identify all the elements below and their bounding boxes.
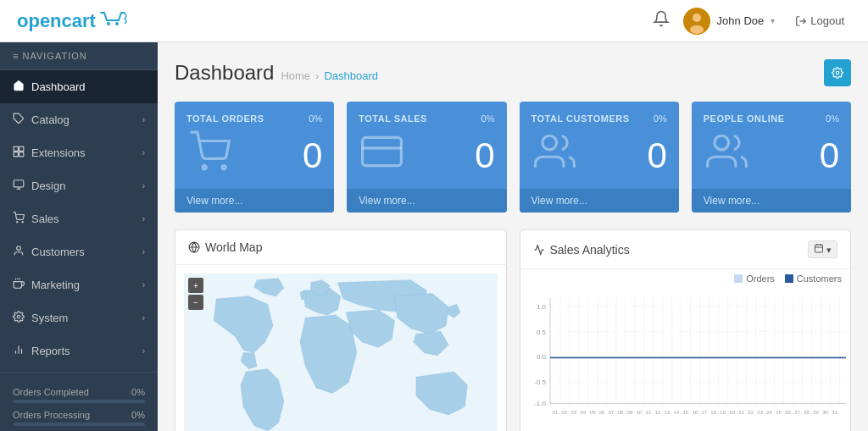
legend-customers: Customers — [785, 274, 842, 284]
stat-label: TOTAL SALES — [359, 113, 427, 124]
sidebar-item-catalog[interactable]: Catalog › — [0, 103, 158, 136]
chart-options-button[interactable]: ▾ — [808, 240, 837, 258]
svg-text:-0.5: -0.5 — [534, 379, 546, 386]
sales-analytics-title: Sales Analytics — [550, 243, 630, 257]
svg-text:22: 22 — [748, 410, 754, 415]
sidebar-item-label: Reports — [31, 345, 70, 357]
svg-text:01: 01 — [552, 410, 558, 415]
svg-point-0 — [107, 22, 110, 25]
svg-point-14 — [17, 222, 18, 223]
user-menu[interactable]: John Doe ▾ — [683, 8, 776, 35]
stat-pct: 0% — [481, 113, 495, 124]
sidebar-item-marketing[interactable]: Marketing › — [0, 268, 158, 301]
stat-value: 0 — [475, 135, 494, 176]
stat-card-orders[interactable]: TOTAL ORDERS 0% 0 View more... — [175, 102, 334, 213]
map-zoom-in-button[interactable]: + — [188, 278, 203, 293]
top-nav-right: John Doe ▾ Logout — [653, 8, 851, 35]
chevron-down-icon: ▾ — [771, 16, 775, 25]
svg-rect-9 — [14, 152, 18, 157]
reports-icon — [13, 344, 25, 358]
svg-text:26: 26 — [785, 410, 791, 415]
breadcrumb-separator: › — [315, 69, 319, 82]
svg-point-1 — [115, 22, 119, 25]
svg-point-4 — [690, 25, 704, 34]
map-zoom-out-button[interactable]: − — [188, 295, 203, 310]
people-online-icon — [704, 130, 750, 180]
chevron-right-icon: › — [142, 148, 145, 157]
sidebar-item-label: Sales — [31, 213, 59, 225]
avatar — [683, 8, 710, 35]
sidebar-item-extensions[interactable]: Extensions › — [0, 136, 158, 169]
svg-rect-7 — [14, 146, 18, 151]
top-navigation: opencart John Do — [0, 0, 868, 42]
widget-title: Sales Analytics — [533, 243, 630, 257]
chart-legend: Orders Customers — [525, 274, 847, 284]
svg-text:16: 16 — [692, 410, 698, 415]
stat-pct: 0% — [654, 113, 667, 124]
svg-text:07: 07 — [608, 410, 614, 415]
breadcrumb-home: Home — [281, 69, 310, 82]
sidebar-item-customers[interactable]: Customers › — [0, 235, 158, 268]
world-map-container: + − — [184, 274, 498, 431]
sidebar: ≡ NAVIGATION Dashboard Catalog › — [0, 42, 158, 431]
svg-text:10: 10 — [636, 410, 642, 415]
stat-card-customers[interactable]: TOTAL CUSTOMERS 0% 0 View more... — [520, 102, 679, 213]
logout-icon — [795, 15, 807, 27]
chart-icon — [533, 244, 545, 256]
sidebar-item-label: Design — [31, 180, 65, 192]
svg-text:28: 28 — [804, 410, 810, 415]
widgets-row: World Map + − — [175, 229, 851, 431]
svg-text:13: 13 — [664, 410, 670, 415]
world-map-widget: World Map + − — [175, 229, 507, 431]
stat-card-online[interactable]: PEOPLE ONLINE 0% 0 View more... — [692, 102, 851, 213]
logout-button[interactable]: Logout — [788, 11, 851, 30]
progress-label-text: Orders Completed — [13, 387, 89, 397]
stat-view-more[interactable]: View more... — [520, 189, 679, 213]
sidebar-item-system[interactable]: System › — [0, 301, 158, 334]
progress-label-text: Orders Processing — [13, 410, 90, 420]
sidebar-item-label: Catalog — [31, 113, 70, 126]
stat-card-sales[interactable]: TOTAL SALES 0% 0 View more... — [347, 102, 506, 213]
svg-text:-1.0: -1.0 — [534, 400, 546, 407]
svg-text:1.0: 1.0 — [536, 303, 546, 311]
sidebar-item-dashboard[interactable]: Dashboard — [0, 70, 158, 103]
svg-point-30 — [715, 135, 729, 150]
sidebar-nav-header: ≡ NAVIGATION — [0, 42, 158, 70]
design-icon — [13, 179, 25, 193]
progress-orders-processing: Orders Processing 0% — [13, 410, 145, 426]
sales-analytics-widget: Sales Analytics ▾ — [520, 229, 852, 431]
stat-view-more[interactable]: View more... — [347, 189, 506, 213]
settings-button[interactable] — [824, 59, 851, 86]
svg-text:14: 14 — [673, 410, 679, 415]
sidebar-item-sales[interactable]: Sales › — [0, 202, 158, 235]
credit-card-icon — [359, 130, 405, 180]
sidebar-divider — [0, 372, 158, 373]
svg-text:31: 31 — [832, 410, 837, 415]
svg-text:11: 11 — [645, 410, 651, 415]
sidebar-item-design[interactable]: Design › — [0, 169, 158, 202]
stat-label: TOTAL ORDERS — [186, 113, 264, 124]
world-map-title: World Map — [205, 240, 262, 254]
svg-point-3 — [693, 14, 701, 22]
stat-pct: 0% — [826, 113, 839, 124]
stat-value: 0 — [820, 135, 839, 176]
sidebar-item-label: Extensions — [31, 146, 86, 159]
svg-text:03: 03 — [570, 410, 576, 415]
settings-icon — [832, 67, 843, 79]
progress-orders-completed: Orders Completed 0% — [13, 387, 145, 403]
stat-view-more[interactable]: View more... — [692, 189, 851, 213]
stat-view-more[interactable]: View more... — [175, 189, 334, 213]
legend-customers-color — [785, 274, 793, 283]
svg-rect-8 — [19, 146, 24, 151]
breadcrumb-current: Dashboard — [324, 69, 378, 82]
chevron-right-icon: › — [142, 115, 145, 124]
svg-text:12: 12 — [654, 410, 660, 415]
sidebar-item-reports[interactable]: Reports › — [0, 334, 158, 367]
svg-text:27: 27 — [794, 410, 800, 415]
main-content: Dashboard Home › Dashboard TOTAL ORDERS … — [158, 42, 868, 431]
sidebar-item-label: System — [31, 312, 68, 324]
svg-point-29 — [542, 135, 556, 150]
svg-text:05: 05 — [589, 410, 595, 415]
notification-bell-icon[interactable] — [653, 10, 670, 31]
chevron-right-icon: › — [142, 247, 145, 257]
